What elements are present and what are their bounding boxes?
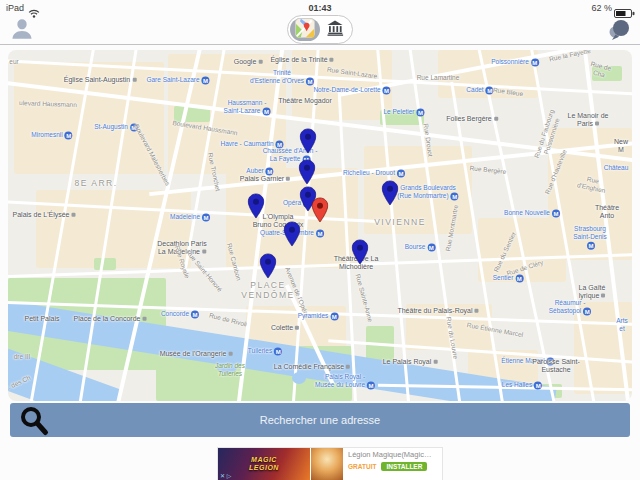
map-mode-segmented-control [287,15,353,44]
map-pin-blue[interactable] [352,239,369,269]
ad-free-label: GRATUIT [348,463,376,470]
map-label-metro: ConcordeM [161,310,199,319]
chat-bubble-icon [607,30,631,45]
search-address-bar[interactable]: Rechercher une adresse [10,403,630,437]
metro-icon: M [547,358,555,366]
museum-view-button[interactable] [320,18,350,41]
profile-button[interactable] [8,16,36,44]
toolbar-divider [0,44,640,45]
ad-banner[interactable]: MAGIC LEGION ✕ ▷ Légion Magique(Magic… G… [218,448,442,480]
screen: iPad 01:43 62 % eurÉglise Saint-Augustin… [0,0,640,480]
google-maps-icon [295,18,315,41]
ad-app-icon[interactable] [310,448,343,480]
map-label-poi: La Gaîté lyrique [572,284,612,301]
map-label-area: 8E ARR. [74,178,117,188]
map-label-poi: Le Manoir de Paris [566,112,610,129]
museum-icon [326,19,344,40]
chat-button[interactable] [606,18,632,44]
status-battery-percent: 62 % [591,3,612,13]
poi-icon [601,294,605,298]
map-park [94,258,116,270]
metro-icon: M [191,311,199,319]
ad-install-button[interactable]: INSTALLER [381,462,427,471]
poi-icon [202,250,206,254]
map-pin-blue[interactable] [300,128,317,158]
ad-title: Légion Magique(Magic… [348,450,438,459]
ad-game-image[interactable]: MAGIC LEGION ✕ ▷ [218,448,310,480]
map-pond [216,356,238,374]
map-pin-blue[interactable] [284,221,301,251]
map-pin-blue[interactable] [382,180,399,210]
map-pin-blue[interactable] [260,253,277,283]
map-label-street: Rue de Rivoli [208,312,247,329]
ad-info: Légion Magique(Magic… GRATUIT INSTALLER [343,448,442,480]
map-view-button[interactable] [290,18,320,41]
ad-game-title: MAGIC LEGION [249,456,279,471]
status-time: 01:43 [0,3,640,13]
ad-choices-icon[interactable]: ✕ ▷ [220,472,231,479]
map[interactable]: eurÉglise Saint-AugustinGare Saint-Lazar… [8,50,632,401]
map-pond [292,372,306,384]
map-park [592,66,622,81]
ad-actions-row: GRATUIT INSTALLER [348,462,438,471]
map-label-poi: Folies Bergère [446,115,498,123]
map-label-street: Rue Bergère [469,164,506,176]
person-icon [9,30,35,45]
map-label-metro: BourseM [405,243,436,252]
search-placeholder-text: Rechercher une adresse [10,403,630,437]
map-pin-red[interactable] [312,197,329,227]
metro-icon: M [202,214,210,222]
poi-icon [433,360,437,364]
map-pin-blue[interactable] [248,193,265,223]
metro-icon: M [427,244,435,252]
map-pin-blue[interactable] [299,159,316,189]
